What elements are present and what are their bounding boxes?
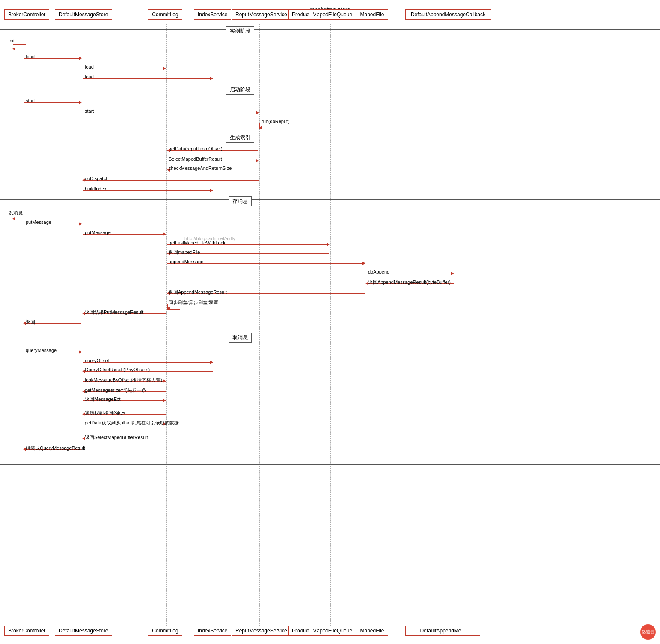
msg-label-querymsg: queryMessage: [26, 348, 57, 353]
actor-mapedfilequeue-top: MapedFileQueue: [309, 9, 356, 20]
actor-indexsvc-top: IndexService: [194, 9, 231, 20]
lifeline-broker: [24, 24, 24, 632]
msg-line-start2: [83, 113, 259, 113]
msg-label-checkmsg: checkMessageAndReturnSize: [169, 166, 232, 171]
actor-defaultappend-bottom: DefaultAppendMe...: [405, 626, 480, 636]
msg-label-appendmsg: appendMessage: [169, 259, 203, 264]
msg-label-flush: 同步刷盘/异步刷盘/双写: [169, 299, 218, 306]
msg-label-doappend: doAppend: [368, 269, 389, 274]
msg-label-returnput: 返回结果PutMessageResult: [85, 309, 143, 316]
watermark: http://blog.csdn.net/akfly: [184, 236, 235, 241]
msg-line-dodispatch: [83, 180, 259, 181]
msg-label-returnmsgext: 返回MessageExt: [85, 396, 121, 403]
divider-startup: [0, 88, 660, 88]
divider-instance: [0, 29, 660, 30]
label-genindex: 生成索引: [226, 133, 254, 143]
divider-storemsg: [0, 199, 660, 200]
msg-label-dodispatch: doDispatch: [85, 176, 108, 181]
actor-indexsvc-bottom: IndexService: [194, 626, 231, 636]
diagram-container: recoketmq-store BrokerController Default…: [0, 0, 660, 644]
actor-defaultappend-top: DefaultAppendMessageCallback: [405, 9, 491, 20]
logo-badge: 亿速云: [640, 624, 656, 640]
msg-line-load3: [83, 78, 213, 79]
msg-label-start1: start: [26, 98, 35, 103]
msg-label-sendmsg: 发消息: [9, 210, 23, 216]
lifeline-commitlog: [166, 24, 167, 632]
actor-broker-top: BrokerController: [4, 9, 49, 20]
msg-label-getdataoffset: getData获取到从offset到尾在可以读取的数据: [85, 420, 179, 426]
msg-label-load1: load: [26, 54, 35, 59]
msg-label-buildindex: buildIndex: [85, 186, 106, 191]
lifeline-reputsvc: [259, 24, 260, 632]
actor-mapedfilequeue-bottom: MapedFileQueue: [309, 626, 356, 636]
actor-commitlog-top: CommitLog: [148, 9, 182, 20]
lifeline-mapedfilequeue: [330, 24, 331, 632]
msg-label-load3: load: [85, 74, 94, 79]
lifeline-defaultappend: [455, 24, 455, 632]
msg-label-selectmaped1: SelectMapedBufferResult: [169, 156, 222, 162]
actor-reputsvc-top: ReputMessageService: [232, 9, 291, 20]
msg-label-traverse: 遍历找到相同的key: [85, 410, 125, 416]
msg-label-return1: 返回: [26, 319, 35, 325]
msg-label-returnmaped: 返回mapedFile: [169, 249, 200, 256]
label-startup: 启动阶段: [226, 85, 254, 95]
lifeline-msgstore: [83, 24, 83, 632]
label-getmsg: 取消息: [229, 333, 252, 343]
actor-commitlog-bottom: CommitLog: [148, 626, 182, 636]
msg-label-queryoffset: queryOffset: [85, 358, 109, 363]
divider-genindex: [0, 136, 660, 136]
lifeline-indexsvc: [214, 24, 214, 632]
msg-label-start2: start: [85, 108, 94, 114]
lifeline-product: [296, 24, 296, 632]
label-storemsg: 存消息: [229, 196, 252, 206]
msg-line-load2: [83, 69, 166, 69]
divider-getmsg: [0, 336, 660, 336]
actor-broker-bottom: BrokerController: [4, 626, 49, 636]
msg-label-init: init: [9, 38, 15, 43]
actor-msgstore-top: DefaultMessageStore: [55, 9, 112, 20]
actor-reputsvc-bottom: ReputMessageService: [232, 626, 291, 636]
actor-mapedfile-top: MapedFile: [356, 9, 388, 20]
label-instance: 实例阶段: [226, 26, 254, 36]
actor-mapedfile-bottom: MapedFile: [356, 626, 388, 636]
actor-msgstore-bottom: DefaultMessageStore: [55, 626, 112, 636]
msg-label-assemblequery: 组装成QueryMessageResult: [26, 445, 85, 451]
msg-label-putmsg1: putMessage: [26, 220, 51, 225]
msg-label-getmsgsize: getMessage(size=4)先取一条: [85, 387, 146, 394]
msg-label-returnselect: 返回SelectMapedBufferResult: [85, 434, 148, 441]
msg-label-lookmsg: lookMessageByOffset(根据下标去查): [85, 377, 162, 383]
msg-label-putmsg2: putMessage: [85, 230, 111, 235]
msg-label-returnappend2: 返回AppendMessageResult: [169, 289, 227, 295]
msg-label-queryoffsetresult: QueryOffsetResult(PhyOffsets): [85, 367, 150, 372]
msg-label-load2: load: [85, 64, 94, 69]
msg-label-getdata1: getData(reputFromOffset): [169, 146, 223, 151]
msg-label-returnappend1: 返回AppendMessageResult(byteBuffer): [368, 279, 451, 286]
divider-bottom: [0, 464, 660, 465]
msg-label-run: run(doReput): [262, 119, 289, 124]
lifeline-mapedfile: [366, 24, 366, 632]
